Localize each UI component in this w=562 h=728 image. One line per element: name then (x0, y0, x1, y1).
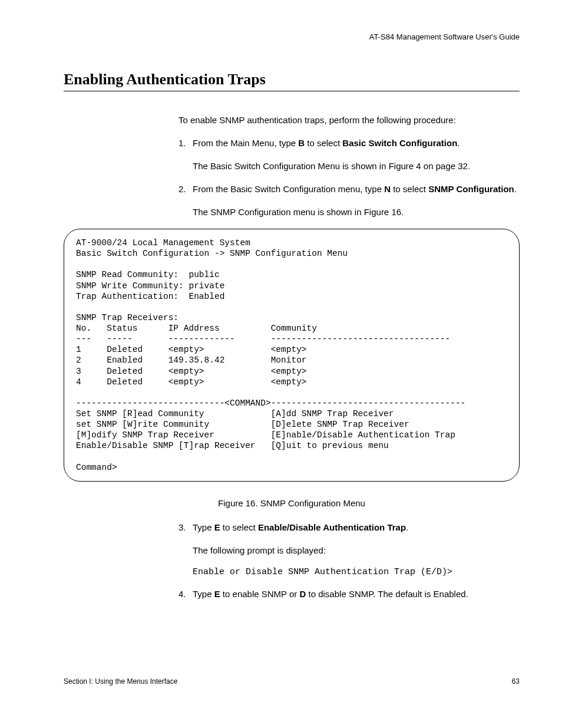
step-3-follow: The following prompt is displayed: (193, 544, 520, 556)
target-enable-disable-auth: Enable/Disable Authentication Trap (258, 522, 406, 532)
step-text: Type E to select Enable/Disable Authenti… (193, 521, 520, 533)
key-e-enable: E (214, 589, 220, 599)
step-1: 1. From the Main Menu, type B to select … (178, 137, 520, 149)
figure-caption: Figure 16. SNMP Configuration Menu (64, 498, 520, 508)
step-number: 4. (178, 588, 193, 600)
section-title: Enabling Authentication Traps (64, 71, 520, 91)
step-2: 2. From the Basic Switch Configuration m… (178, 183, 520, 195)
step-1-follow: The Basic Switch Configuration Menu is s… (193, 160, 520, 172)
key-b: B (298, 138, 305, 148)
step-text: From the Main Menu, type B to select Bas… (193, 137, 520, 149)
step-number: 3. (178, 521, 193, 533)
key-d-disable: D (300, 589, 306, 599)
footer-page-number: 63 (512, 677, 520, 686)
target-snmp-config: SNMP Configuration (428, 184, 514, 194)
step-text: From the Basic Switch Configuration menu… (193, 183, 520, 195)
snmp-auth-prompt: Enable or Disable SNMP Authentication Tr… (193, 567, 520, 577)
page-footer: Section I: Using the Menus Interface 63 (64, 677, 520, 686)
step-3: 3. Type E to select Enable/Disable Authe… (178, 521, 520, 533)
intro-paragraph: To enable SNMP authentication traps, per… (178, 114, 520, 126)
header-guide-title: AT-S84 Management Software User's Guide (64, 32, 520, 41)
footer-section-label: Section I: Using the Menus Interface (64, 677, 177, 686)
step-4: 4. Type E to enable SNMP or D to disable… (178, 588, 520, 600)
key-e: E (214, 522, 220, 532)
target-basic-switch: Basic Switch Configuration (342, 138, 457, 148)
step-number: 1. (178, 137, 193, 149)
step-text: Type E to enable SNMP or D to disable SN… (193, 588, 520, 600)
key-n: N (384, 184, 391, 194)
step-number: 2. (178, 183, 193, 195)
step-2-follow: The SNMP Configuration menu is shown in … (193, 206, 520, 218)
terminal-screenshot: AT-9000/24 Local Management System Basic… (64, 229, 520, 482)
